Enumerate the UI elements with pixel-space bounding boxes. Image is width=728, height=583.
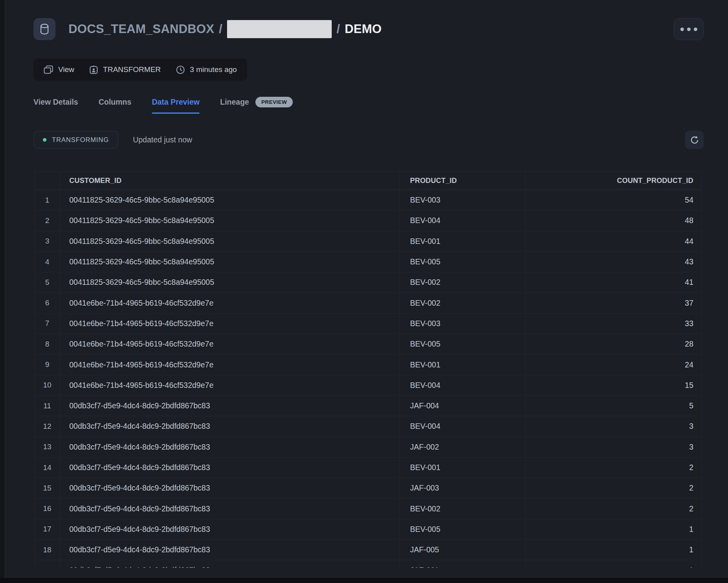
cell-count-product-id[interactable]: 2 [526, 478, 702, 498]
row-index[interactable]: 3 [35, 231, 60, 251]
cell-count-product-id[interactable]: 1 [526, 560, 702, 568]
table-row[interactable]: 1900db3cf7-d5e9-4dc4-8dc9-2bdfd867bc83JA… [35, 560, 702, 568]
cell-customer-id[interactable]: 0041e6be-71b4-4965-b619-46cf532d9e7e [60, 314, 400, 334]
row-index[interactable]: 12 [35, 416, 60, 436]
table-row[interactable]: 400411825-3629-46c5-9bbc-5c8a94e95005BEV… [35, 252, 702, 272]
cell-count-product-id[interactable]: 37 [526, 293, 702, 313]
cell-count-product-id[interactable]: 48 [526, 210, 702, 231]
row-index[interactable]: 6 [35, 293, 60, 313]
row-index[interactable]: 11 [35, 396, 60, 416]
table-row[interactable]: 200411825-3629-46c5-9bbc-5c8a94e95005BEV… [35, 210, 702, 231]
table-row[interactable]: 300411825-3629-46c5-9bbc-5c8a94e95005BEV… [35, 231, 702, 252]
cell-product-id[interactable]: BEV-005 [400, 519, 526, 539]
table-row[interactable]: 70041e6be-71b4-4965-b619-46cf532d9e7eBEV… [35, 314, 702, 334]
cell-customer-id[interactable]: 00db3cf7-d5e9-4dc4-8dc9-2bdfd867bc83 [60, 519, 400, 539]
cell-product-id[interactable]: BEV-002 [400, 272, 526, 292]
row-index[interactable]: 19 [35, 560, 60, 568]
table-row[interactable]: 1100db3cf7-d5e9-4dc4-8dc9-2bdfd867bc83JA… [35, 396, 702, 416]
cell-customer-id[interactable]: 00db3cf7-d5e9-4dc4-8dc9-2bdfd867bc83 [60, 416, 400, 436]
cell-product-id[interactable]: BEV-005 [400, 252, 526, 272]
cell-customer-id[interactable]: 00411825-3629-46c5-9bbc-5c8a94e95005 [60, 210, 400, 231]
tab-lineage[interactable]: Lineage PREVIEW [220, 97, 293, 114]
horizontal-scrollbar[interactable] [0, 578, 728, 583]
cell-product-id[interactable]: JAF-002 [400, 437, 526, 457]
cell-customer-id[interactable]: 0041e6be-71b4-4965-b619-46cf532d9e7e [60, 354, 400, 375]
cell-count-product-id[interactable]: 2 [526, 458, 702, 478]
cell-count-product-id[interactable]: 43 [526, 252, 702, 272]
table-row[interactable]: 60041e6be-71b4-4965-b619-46cf532d9e7eBEV… [35, 293, 702, 313]
cell-product-id[interactable]: BEV-001 [400, 458, 526, 478]
cell-count-product-id[interactable]: 54 [526, 190, 702, 210]
row-index[interactable]: 4 [35, 252, 60, 272]
cell-product-id[interactable]: BEV-004 [400, 210, 526, 231]
cell-customer-id[interactable]: 00db3cf7-d5e9-4dc4-8dc9-2bdfd867bc83 [60, 396, 400, 416]
cell-product-id[interactable]: BEV-002 [400, 498, 526, 518]
cell-customer-id[interactable]: 00db3cf7-d5e9-4dc4-8dc9-2bdfd867bc83 [60, 458, 400, 478]
cell-product-id[interactable]: BEV-002 [400, 293, 526, 313]
cell-count-product-id[interactable]: 28 [526, 334, 702, 354]
cell-product-id[interactable]: JAF-004 [400, 396, 526, 416]
row-index[interactable]: 1 [35, 190, 60, 210]
row-index[interactable]: 17 [35, 519, 60, 539]
cell-customer-id[interactable]: 00db3cf7-d5e9-4dc4-8dc9-2bdfd867bc83 [60, 498, 400, 518]
more-options-button[interactable] [674, 18, 704, 40]
row-index[interactable]: 16 [35, 498, 60, 518]
row-index[interactable]: 10 [35, 375, 60, 395]
cell-product-id[interactable]: BEV-005 [400, 334, 526, 354]
table-row[interactable]: 1700db3cf7-d5e9-4dc4-8dc9-2bdfd867bc83BE… [35, 519, 702, 540]
cell-customer-id[interactable]: 00411825-3629-46c5-9bbc-5c8a94e95005 [60, 190, 400, 210]
table-row[interactable]: 1400db3cf7-d5e9-4dc4-8dc9-2bdfd867bc83BE… [35, 458, 702, 478]
cell-customer-id[interactable]: 00411825-3629-46c5-9bbc-5c8a94e95005 [60, 272, 400, 292]
cell-count-product-id[interactable]: 15 [526, 375, 702, 395]
table-row[interactable]: 500411825-3629-46c5-9bbc-5c8a94e95005BEV… [35, 272, 702, 293]
cell-product-id[interactable]: BEV-004 [400, 375, 526, 395]
cell-count-product-id[interactable]: 1 [526, 519, 702, 539]
cell-count-product-id[interactable]: 2 [526, 498, 702, 518]
column-header-product-id[interactable]: PRODUCT_ID [400, 172, 526, 190]
cell-count-product-id[interactable]: 24 [526, 354, 702, 375]
table-row[interactable]: 1500db3cf7-d5e9-4dc4-8dc9-2bdfd867bc83JA… [35, 478, 702, 498]
cell-customer-id[interactable]: 0041e6be-71b4-4965-b619-46cf532d9e7e [60, 375, 400, 395]
column-header-count-product-id[interactable]: COUNT_PRODUCT_ID [526, 172, 702, 190]
cell-customer-id[interactable]: 00db3cf7-d5e9-4dc4-8dc9-2bdfd867bc83 [60, 540, 400, 560]
cell-customer-id[interactable]: 00db3cf7-d5e9-4dc4-8dc9-2bdfd867bc83 [60, 437, 400, 457]
cell-product-id[interactable]: JAF-005 [400, 540, 526, 560]
row-index[interactable]: 9 [35, 354, 60, 375]
row-index[interactable]: 2 [35, 210, 60, 231]
cell-count-product-id[interactable]: 33 [526, 314, 702, 334]
cell-product-id[interactable]: BEV-004 [400, 416, 526, 436]
cell-product-id[interactable]: JAF-003 [400, 478, 526, 498]
cell-customer-id[interactable]: 00411825-3629-46c5-9bbc-5c8a94e95005 [60, 252, 400, 272]
cell-product-id[interactable]: BEV-003 [400, 314, 526, 334]
cell-customer-id[interactable]: 00411825-3629-46c5-9bbc-5c8a94e95005 [60, 231, 400, 251]
table-row[interactable]: 100411825-3629-46c5-9bbc-5c8a94e95005BEV… [35, 190, 702, 210]
tab-view-details[interactable]: View Details [33, 98, 78, 114]
row-index[interactable]: 5 [35, 272, 60, 292]
row-index[interactable]: 7 [35, 314, 60, 334]
cell-product-id[interactable]: BEV-003 [400, 190, 526, 210]
cell-count-product-id[interactable]: 1 [526, 540, 702, 560]
cell-count-product-id[interactable]: 3 [526, 416, 702, 436]
row-index[interactable]: 8 [35, 334, 60, 354]
table-row[interactable]: 90041e6be-71b4-4965-b619-46cf532d9e7eBEV… [35, 354, 702, 375]
table-row[interactable]: 1600db3cf7-d5e9-4dc4-8dc9-2bdfd867bc83BE… [35, 498, 702, 519]
row-index[interactable]: 15 [35, 478, 60, 498]
cell-customer-id[interactable]: 0041e6be-71b4-4965-b619-46cf532d9e7e [60, 334, 400, 354]
table-row[interactable]: 80041e6be-71b4-4965-b619-46cf532d9e7eBEV… [35, 334, 702, 354]
cell-customer-id[interactable]: 00db3cf7-d5e9-4dc4-8dc9-2bdfd867bc83 [60, 478, 400, 498]
row-index[interactable]: 14 [35, 458, 60, 478]
tab-columns[interactable]: Columns [98, 98, 131, 114]
tab-data-preview[interactable]: Data Preview [152, 98, 200, 114]
table-row[interactable]: 1800db3cf7-d5e9-4dc4-8dc9-2bdfd867bc83JA… [35, 540, 702, 560]
cell-product-id[interactable]: JAF-001 [400, 560, 526, 568]
cell-customer-id[interactable]: 00db3cf7-d5e9-4dc4-8dc9-2bdfd867bc83 [60, 560, 400, 568]
cell-product-id[interactable]: BEV-001 [400, 231, 526, 251]
row-index[interactable]: 18 [35, 540, 60, 560]
table-row[interactable]: 100041e6be-71b4-4965-b619-46cf532d9e7eBE… [35, 375, 702, 396]
cell-count-product-id[interactable]: 44 [526, 231, 702, 251]
refresh-button[interactable] [685, 131, 704, 149]
cell-count-product-id[interactable]: 41 [526, 272, 702, 292]
table-row[interactable]: 1200db3cf7-d5e9-4dc4-8dc9-2bdfd867bc83BE… [35, 416, 702, 437]
cell-customer-id[interactable]: 0041e6be-71b4-4965-b619-46cf532d9e7e [60, 293, 400, 313]
cell-count-product-id[interactable]: 5 [526, 396, 702, 416]
